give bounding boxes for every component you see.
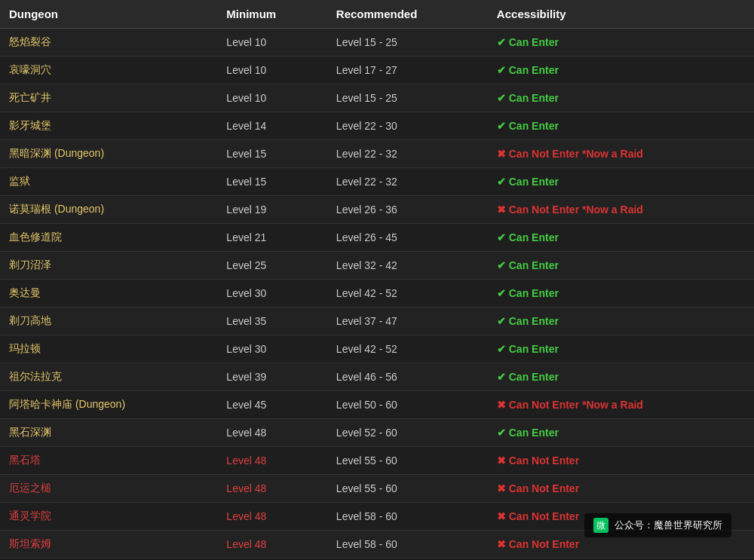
col-header-accessibility: Accessibility	[488, 0, 754, 29]
table-row: 剃刀高地Level 35Level 37 - 47Can Enter	[0, 308, 754, 335]
dungeon-name-cell: 黑暗深渊 (Dungeon)	[0, 140, 217, 168]
table-header-row: Dungeon Minimum Recommended Accessibilit…	[0, 0, 754, 29]
col-header-recommended: Recommended	[327, 0, 488, 29]
access-status: Can Enter	[497, 176, 559, 188]
access-status: Can Enter	[497, 315, 559, 327]
dungeon-table: Dungeon Minimum Recommended Accessibilit…	[0, 0, 754, 558]
minimum-level-cell: Level 48	[217, 531, 327, 558]
table-row: 死亡矿井Level 10Level 15 - 25Can Enter	[0, 84, 754, 112]
recommended-level-cell: Level 26 - 36	[327, 196, 488, 224]
recommended-level-cell: Level 50 - 60	[327, 391, 488, 419]
accessibility-cell: Can Enter	[488, 419, 754, 447]
table-row: 阿塔哈卡神庙 (Dungeon)Level 45Level 50 - 60Can…	[0, 391, 754, 419]
recommended-level-cell: Level 55 - 60	[327, 475, 488, 503]
dungeon-name-cell: 通灵学院	[0, 503, 217, 531]
recommended-level-cell: Level 26 - 45	[327, 224, 488, 252]
access-status: Can Enter	[497, 343, 559, 355]
dungeon-name-cell: 死亡矿井	[0, 84, 217, 112]
recommended-level-cell: Level 55 - 60	[327, 447, 488, 475]
accessibility-cell: Can Not Enter *Now a Raid	[488, 196, 754, 224]
table-row: 监狱Level 15Level 22 - 32Can Enter	[0, 168, 754, 196]
minimum-level-cell: Level 35	[217, 308, 327, 335]
minimum-level-cell: Level 19	[217, 196, 327, 224]
recommended-level-cell: Level 17 - 27	[327, 57, 488, 84]
col-header-minimum: Minimum	[217, 0, 327, 29]
table-row: 玛拉顿Level 30Level 42 - 52Can Enter	[0, 335, 754, 363]
minimum-level-cell: Level 48	[217, 475, 327, 503]
dungeon-name-cell: 诺莫瑞根 (Dungeon)	[0, 196, 217, 224]
dungeon-name-cell: 祖尔法拉克	[0, 363, 217, 391]
accessibility-cell: Can Enter	[488, 84, 754, 112]
minimum-level-cell: Level 10	[217, 57, 327, 84]
minimum-level-cell: Level 30	[217, 280, 327, 308]
access-status: Can Enter	[497, 92, 559, 104]
table-row: 血色修道院Level 21Level 26 - 45Can Enter	[0, 224, 754, 252]
table-row: 哀嚎洞穴Level 10Level 17 - 27Can Enter	[0, 57, 754, 84]
access-status: Can Enter	[497, 371, 559, 383]
minimum-level-cell: Level 39	[217, 363, 327, 391]
minimum-level-cell: Level 15	[217, 168, 327, 196]
wechat-icon: 微	[593, 518, 608, 533]
accessibility-cell: Can Enter	[488, 280, 754, 308]
accessibility-cell: Can Enter	[488, 224, 754, 252]
watermark: 微 公众号：魔兽世界研究所	[584, 513, 731, 537]
access-status: Can Not Enter	[497, 510, 579, 522]
table-row: 黑石深渊Level 48Level 52 - 60Can Enter	[0, 419, 754, 447]
recommended-level-cell: Level 22 - 32	[327, 168, 488, 196]
dungeon-name-cell: 哀嚎洞穴	[0, 57, 217, 84]
access-status: Can Enter	[497, 120, 559, 132]
table-row: 剃刀沼泽Level 25Level 32 - 42Can Enter	[0, 252, 754, 280]
minimum-level-cell: Level 45	[217, 391, 327, 419]
minimum-level-cell: Level 30	[217, 335, 327, 363]
access-status: Can Enter	[497, 64, 559, 76]
access-status: Can Enter	[497, 287, 559, 299]
table-row: 奥达曼Level 30Level 42 - 52Can Enter	[0, 280, 754, 308]
minimum-level-cell: Level 10	[217, 84, 327, 112]
access-status: Can Not Enter *Now a Raid	[497, 148, 643, 160]
table-row: 祖尔法拉克Level 39Level 46 - 56Can Enter	[0, 363, 754, 391]
minimum-level-cell: Level 14	[217, 112, 327, 140]
dungeon-name-cell: 奥达曼	[0, 280, 217, 308]
dungeon-name-cell: 监狱	[0, 168, 217, 196]
access-status: Can Not Enter	[497, 482, 579, 494]
accessibility-cell: Can Enter	[488, 168, 754, 196]
accessibility-cell: Can Enter	[488, 335, 754, 363]
recommended-level-cell: Level 22 - 32	[327, 140, 488, 168]
recommended-level-cell: Level 32 - 42	[327, 252, 488, 280]
access-status: Can Not Enter	[497, 538, 579, 550]
accessibility-cell: Can Not Enter	[488, 447, 754, 475]
recommended-level-cell: Level 42 - 52	[327, 335, 488, 363]
recommended-level-cell: Level 22 - 30	[327, 112, 488, 140]
recommended-level-cell: Level 58 - 60	[327, 503, 488, 531]
recommended-level-cell: Level 58 - 60	[327, 531, 488, 558]
table-row: 黑石塔Level 48Level 55 - 60Can Not Enter	[0, 447, 754, 475]
minimum-level-cell: Level 21	[217, 224, 327, 252]
dungeon-name-cell: 剃刀沼泽	[0, 252, 217, 280]
access-status: Can Enter	[497, 259, 559, 271]
recommended-level-cell: Level 46 - 56	[327, 363, 488, 391]
table-row: 厄运之槌Level 48Level 55 - 60Can Not Enter	[0, 475, 754, 503]
watermark-text: 公众号：魔兽世界研究所	[615, 519, 722, 532]
accessibility-cell: Can Enter	[488, 252, 754, 280]
dungeon-name-cell: 玛拉顿	[0, 335, 217, 363]
access-status: Can Not Enter *Now a Raid	[497, 399, 643, 411]
minimum-level-cell: Level 10	[217, 29, 327, 57]
dungeon-name-cell: 黑石深渊	[0, 419, 217, 447]
recommended-level-cell: Level 52 - 60	[327, 419, 488, 447]
dungeon-name-cell: 黑石塔	[0, 447, 217, 475]
dungeon-name-cell: 血色修道院	[0, 224, 217, 252]
accessibility-cell: Can Enter	[488, 57, 754, 84]
access-status: Can Enter	[497, 231, 559, 243]
accessibility-cell: Can Not Enter *Now a Raid	[488, 391, 754, 419]
recommended-level-cell: Level 42 - 52	[327, 280, 488, 308]
minimum-level-cell: Level 48	[217, 447, 327, 475]
minimum-level-cell: Level 15	[217, 140, 327, 168]
minimum-level-cell: Level 25	[217, 252, 327, 280]
table-row: 黑暗深渊 (Dungeon)Level 15Level 22 - 32Can N…	[0, 140, 754, 168]
accessibility-cell: Can Enter	[488, 363, 754, 391]
accessibility-cell: Can Enter	[488, 29, 754, 57]
dungeon-name-cell: 阿塔哈卡神庙 (Dungeon)	[0, 391, 217, 419]
access-status: Can Not Enter	[497, 454, 579, 467]
dungeon-name-cell: 影牙城堡	[0, 112, 217, 140]
table-row: 影牙城堡Level 14Level 22 - 30Can Enter	[0, 112, 754, 140]
